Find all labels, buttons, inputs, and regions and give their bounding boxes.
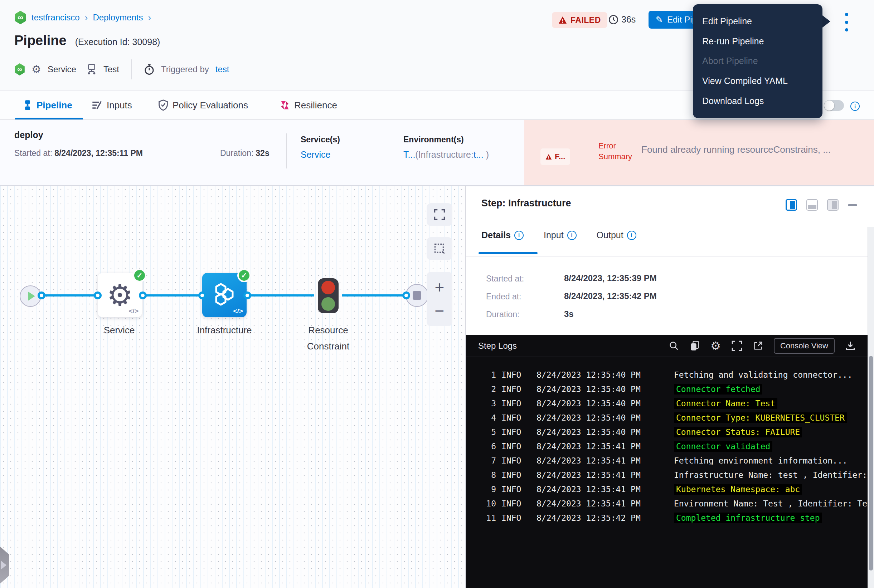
info-icon[interactable]: i (567, 231, 576, 240)
header-environment-name[interactable]: Test (104, 64, 119, 74)
log-line: 1INFO8/24/2023 12:35:40 PMFetching and v… (466, 368, 868, 382)
service-link[interactable]: Service (301, 150, 340, 160)
harness-logo-icon: ∞ (14, 11, 27, 24)
stage-name[interactable]: deploy (14, 130, 43, 140)
menu-item-edit-pipeline[interactable]: Edit Pipeline (693, 16, 823, 27)
environment-link[interactable]: T... (403, 150, 415, 159)
service-step-node[interactable]: ⚙ </> ✓ (98, 273, 142, 317)
services-column-header: Service(s) (301, 135, 340, 144)
step-tab-output[interactable]: Output i (597, 230, 636, 240)
detail-ended-label: Ended at: (486, 292, 521, 302)
code-icon: </> (233, 307, 243, 315)
connector-line (247, 294, 314, 297)
log-line: 6INFO8/24/2023 12:35:41 PMConnector vali… (466, 439, 868, 453)
node-label-infrastructure: Infrastructure (189, 325, 260, 336)
failed-mini-badge: F... (540, 148, 570, 165)
search-icon[interactable] (669, 341, 679, 351)
layout-right-panel-icon[interactable] (785, 199, 797, 211)
triggered-by-label: Triggered by (161, 64, 209, 74)
divider (466, 256, 868, 256)
tab-pipeline[interactable]: Pipeline (23, 91, 72, 120)
log-line: 10INFO8/24/2023 12:35:41 PMEnvironment N… (466, 496, 868, 511)
log-line: 9INFO8/24/2023 12:35:41 PMKubernetes Nam… (466, 482, 868, 496)
execution-duration: 36s (608, 14, 636, 25)
download-logs-icon[interactable] (845, 341, 855, 351)
step-tab-details[interactable]: Details i (481, 230, 523, 240)
chevron-right-icon: › (148, 12, 151, 23)
menu-item-download-logs[interactable]: Download Logs (693, 96, 823, 106)
harness-logo-icon: ∞ (14, 63, 25, 75)
breadcrumb-account-link[interactable]: testfrancisco (32, 12, 80, 22)
node-label-resource-constraint: Resource Constraint (292, 325, 364, 352)
open-external-icon[interactable] (753, 341, 763, 351)
error-summary-message[interactable]: Found already running resourceConstrains… (641, 144, 873, 155)
resource-constraint-node[interactable] (318, 278, 338, 314)
error-summary-area: F... ErrorSummary Found already running … (524, 120, 874, 185)
breadcrumb: ∞ testfrancisco › Deployments › (14, 11, 151, 24)
active-tab-underline (478, 252, 537, 254)
log-line: 3INFO8/24/2023 12:35:40 PMConnector Name… (466, 396, 868, 411)
warning-triangle-icon (545, 154, 552, 160)
resilience-icon (280, 100, 290, 111)
hexagons-icon (212, 282, 237, 307)
infrastructure-link[interactable]: t... (474, 150, 483, 159)
play-icon (1, 561, 6, 569)
log-line: 11INFO8/24/2023 12:35:42 PMCompleted inf… (466, 511, 868, 525)
divider (286, 134, 287, 168)
log-line: 2INFO8/24/2023 12:35:40 PMConnector fetc… (466, 382, 868, 396)
tab-policy-evaluations[interactable]: Policy Evaluations (158, 91, 248, 120)
connector-line (143, 294, 202, 297)
info-icon[interactable]: i (514, 231, 523, 240)
menu-item-view-compiled-yaml[interactable]: View Compiled YAML (693, 76, 823, 86)
info-icon[interactable]: i (850, 102, 860, 111)
fullscreen-icon[interactable] (731, 340, 742, 351)
pipeline-graph-canvas[interactable]: ⚙ </> ✓ </> ✓ Service Infrastructure Res… (0, 186, 466, 588)
minimize-panel-icon[interactable] (848, 204, 857, 206)
infrastructure-step-node[interactable]: </> ✓ (202, 273, 247, 317)
log-line: 5INFO8/24/2023 12:35:40 PMConnector Stat… (466, 425, 868, 439)
stop-icon (413, 291, 421, 300)
detail-started-value: 8/24/2023, 12:35:39 PM (564, 273, 657, 283)
panel-scrollbar-track[interactable] (868, 227, 874, 588)
status-badge: FAILED (552, 12, 607, 28)
triggered-by-user-link[interactable]: test (215, 64, 229, 74)
node-port (94, 291, 102, 299)
info-icon[interactable]: i (627, 231, 636, 240)
left-panel-expand-handle[interactable] (0, 546, 9, 584)
detail-duration-label: Duration: (486, 310, 519, 320)
copy-icon[interactable] (690, 340, 700, 351)
clock-icon (608, 15, 618, 25)
view-toggle-switch[interactable] (824, 100, 844, 111)
node-port (38, 291, 45, 299)
divider (131, 59, 132, 80)
traffic-light-green (321, 297, 335, 311)
console-view-button[interactable]: Console View (774, 338, 835, 354)
detail-duration-value: 3s (564, 309, 574, 319)
layout-bottom-panel-icon[interactable] (806, 199, 818, 211)
layout-collapsed-panel-icon[interactable] (827, 199, 839, 211)
traffic-light-red (321, 281, 335, 294)
detail-ended-value: 8/24/2023, 12:35:42 PM (564, 291, 657, 301)
panel-scrollbar-thumb[interactable] (869, 356, 873, 570)
menu-item-abort-pipeline[interactable]: Abort Pipeline (693, 56, 823, 66)
more-options-kebab-menu[interactable] (842, 13, 851, 32)
header-service-name[interactable]: Service (48, 64, 76, 74)
canvas-zoom-controls: + − (427, 272, 453, 326)
tab-inputs[interactable]: Inputs (92, 91, 132, 120)
node-label-service: Service (89, 325, 150, 336)
inputs-icon (92, 100, 102, 111)
tab-resilience[interactable]: Resilience (280, 91, 337, 120)
zoom-out-button[interactable]: − (435, 303, 445, 319)
pencil-icon: ✎ (656, 15, 663, 25)
environment-icon (86, 64, 97, 75)
step-logs-console[interactable]: 1INFO8/24/2023 12:35:40 PMFetching and v… (466, 357, 868, 588)
menu-item-rerun-pipeline[interactable]: Re-run Pipeline (693, 36, 823, 46)
zoom-in-button[interactable]: + (435, 279, 445, 296)
breadcrumb-deployments-link[interactable]: Deployments (93, 12, 143, 22)
connector-line (42, 294, 98, 297)
settings-gear-icon[interactable]: ⚙ (710, 340, 721, 352)
step-tab-input[interactable]: Input i (544, 230, 576, 240)
environments-column-header: Environment(s) (403, 135, 489, 144)
canvas-fullscreen-button[interactable] (427, 203, 453, 226)
canvas-select-button[interactable] (427, 237, 453, 260)
